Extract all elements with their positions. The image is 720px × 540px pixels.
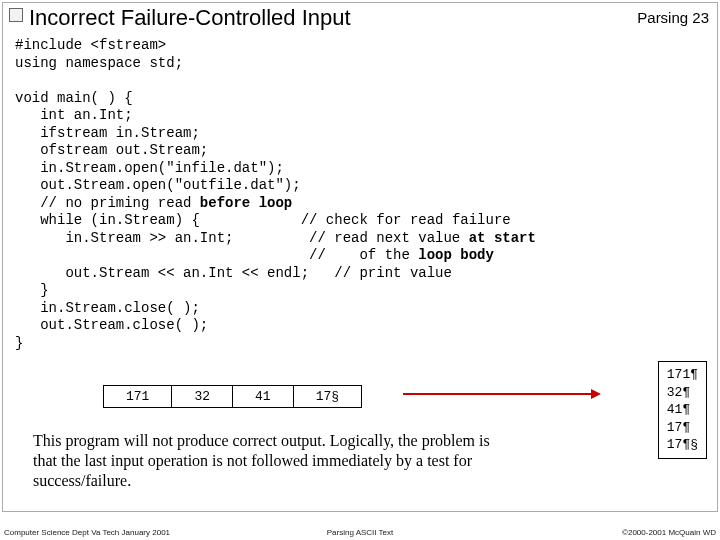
code-bold: loop body	[418, 247, 494, 263]
code-comment: // check for read failure	[200, 212, 511, 228]
code-bold: before loop	[200, 195, 292, 211]
output-box: 171¶ 32¶ 41¶ 17¶ 17¶§	[658, 361, 707, 459]
code-comment: // of the	[15, 247, 418, 263]
code-line: ifstream in.Stream;	[15, 125, 200, 141]
output-line: 171¶	[667, 366, 698, 384]
output-line: 17¶§	[667, 436, 698, 454]
input-data-row: 171324117§	[103, 385, 361, 408]
footer-center: Parsing ASCII Text	[327, 528, 394, 537]
output-line: 17¶	[667, 419, 698, 437]
section-label: Parsing	[637, 9, 688, 26]
explanation-text: This program will not produce correct ou…	[33, 431, 513, 491]
code-line: out.Stream.open("outfile.dat");	[15, 177, 301, 193]
code-line: void main( ) {	[15, 90, 133, 106]
code-line: int an.Int;	[15, 107, 133, 123]
code-line: while (in.Stream) {	[15, 212, 200, 228]
page-number: 23	[692, 9, 709, 26]
code-line: ofstream out.Stream;	[15, 142, 208, 158]
input-cell: 41	[232, 385, 294, 408]
slide-title: Incorrect Failure-Controlled Input	[29, 5, 351, 31]
header-right: Parsing 23	[637, 9, 709, 26]
output-line: 32¶	[667, 384, 698, 402]
code-comment: // print value	[309, 265, 452, 281]
code-line: // no priming read	[15, 195, 200, 211]
code-line: out.Stream.close( );	[15, 317, 208, 333]
arrow-icon	[403, 393, 593, 395]
corner-box	[9, 8, 23, 22]
code-line: }	[15, 282, 49, 298]
code-line: in.Stream.open("infile.dat");	[15, 160, 284, 176]
code-line: #include <fstream>	[15, 37, 166, 53]
code-line: }	[15, 335, 23, 351]
code-line: using namespace std;	[15, 55, 183, 71]
code-block: #include <fstream> using namespace std; …	[15, 37, 709, 352]
code-comment: // read next value	[233, 230, 468, 246]
input-cell: 32	[171, 385, 233, 408]
code-bold: at start	[469, 230, 536, 246]
code-line: out.Stream << an.Int << endl;	[15, 265, 309, 281]
footer-right: ©2000-2001 McQuain WD	[622, 528, 716, 537]
slide-frame: Incorrect Failure-Controlled Input Parsi…	[2, 2, 718, 512]
output-line: 41¶	[667, 401, 698, 419]
code-line: in.Stream.close( );	[15, 300, 200, 316]
input-cell: 17§	[293, 385, 362, 408]
footer-left: Computer Science Dept Va Tech January 20…	[4, 528, 170, 537]
input-cell: 171	[103, 385, 172, 408]
code-line: in.Stream >> an.Int;	[15, 230, 233, 246]
